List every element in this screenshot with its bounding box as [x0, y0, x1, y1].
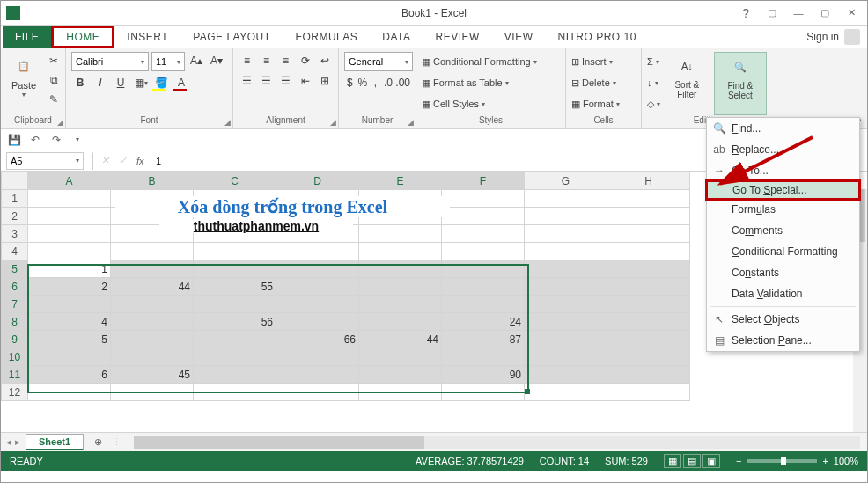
- wrap-text-button[interactable]: ↩: [316, 52, 333, 70]
- menu-formulas[interactable]: Formulas: [707, 199, 859, 220]
- cell-E1[interactable]: [359, 190, 442, 208]
- delete-cells-button[interactable]: ⊟ Delete ▾: [571, 73, 636, 92]
- new-sheet-button[interactable]: ⊕: [89, 434, 107, 451]
- cell-B3[interactable]: [111, 225, 194, 243]
- cell-H10[interactable]: [607, 348, 690, 366]
- cell-A9[interactable]: 5: [28, 331, 111, 348]
- cell-B12[interactable]: [111, 384, 194, 401]
- cell-G5[interactable]: [525, 260, 607, 278]
- cell-B2[interactable]: [111, 208, 194, 225]
- cell-G11[interactable]: [525, 366, 607, 384]
- cell-A12[interactable]: [28, 384, 111, 401]
- cell-styles-button[interactable]: ▦ Cell Styles ▾: [422, 94, 560, 113]
- tab-formulas[interactable]: FORMULAS: [283, 26, 371, 48]
- cell-D4[interactable]: [276, 243, 359, 260]
- comma-button[interactable]: ,: [370, 74, 381, 91]
- cell-E6[interactable]: [359, 278, 442, 296]
- insert-cells-button[interactable]: ⊞ Insert ▾: [571, 52, 636, 71]
- menu-goto-special[interactable]: Go To Special...: [705, 179, 861, 201]
- cell-C11[interactable]: [194, 366, 276, 384]
- sheet-nav-prev[interactable]: ◂: [6, 436, 11, 448]
- cell-A1[interactable]: [28, 190, 111, 208]
- alignment-launcher[interactable]: ◢: [330, 118, 336, 127]
- cell-F8[interactable]: 24: [442, 313, 525, 331]
- cell-B7[interactable]: [111, 296, 194, 313]
- cell-F9[interactable]: 87: [442, 331, 525, 348]
- tab-view[interactable]: VIEW: [492, 26, 546, 48]
- increase-decimal-button[interactable]: .0: [383, 74, 394, 91]
- align-middle-button[interactable]: ≡: [258, 52, 275, 70]
- name-box[interactable]: A5▾: [6, 152, 84, 170]
- tab-file[interactable]: FILE: [3, 26, 51, 48]
- cell-F1[interactable]: [442, 190, 525, 208]
- row-header-6[interactable]: 6: [2, 278, 28, 296]
- zoom-out-button[interactable]: −: [736, 456, 741, 466]
- cell-C12[interactable]: [194, 384, 276, 401]
- cell-H6[interactable]: [607, 278, 690, 296]
- horizontal-scrollbar[interactable]: [134, 436, 860, 449]
- cell-G8[interactable]: [525, 313, 607, 331]
- cell-A11[interactable]: 6: [28, 366, 111, 384]
- cell-B4[interactable]: [111, 243, 194, 260]
- cell-H3[interactable]: [607, 225, 690, 243]
- menu-conditional-formatting[interactable]: Conditional Formatting: [707, 241, 859, 262]
- cell-E9[interactable]: 44: [359, 331, 442, 348]
- help-icon[interactable]: ?: [742, 6, 749, 20]
- cell-G1[interactable]: [525, 190, 607, 208]
- cell-B1[interactable]: [111, 190, 194, 208]
- col-header-D[interactable]: D: [276, 172, 359, 190]
- cell-A4[interactable]: [28, 243, 111, 260]
- cell-C1[interactable]: [194, 190, 276, 208]
- menu-select-objects[interactable]: ↖Select Objects: [707, 309, 859, 330]
- cell-H2[interactable]: [607, 208, 690, 225]
- cell-E8[interactable]: [359, 313, 442, 331]
- autosum-button[interactable]: Σ ▾: [647, 52, 660, 71]
- align-left-button[interactable]: ☰: [239, 72, 255, 90]
- clear-button[interactable]: ◇ ▾: [647, 94, 660, 113]
- find-select-button[interactable]: 🔍 Find & Select: [714, 52, 767, 115]
- qat-redo-button[interactable]: ↷: [48, 132, 64, 148]
- cancel-formula-button[interactable]: ✕: [98, 155, 115, 166]
- cell-G7[interactable]: [525, 296, 607, 313]
- percent-button[interactable]: %: [357, 74, 369, 91]
- tab-data[interactable]: DATA: [370, 26, 423, 48]
- cell-E2[interactable]: [359, 208, 442, 225]
- cell-D9[interactable]: 66: [276, 331, 359, 348]
- menu-goto[interactable]: →Go To...: [707, 160, 859, 181]
- cell-D5[interactable]: [276, 260, 359, 278]
- format-painter-button[interactable]: ✎: [45, 91, 63, 108]
- cell-D6[interactable]: [276, 278, 359, 296]
- menu-data-validation[interactable]: Data Validation: [707, 283, 859, 304]
- row-header-12[interactable]: 12: [2, 384, 28, 401]
- cell-E7[interactable]: [359, 296, 442, 313]
- cell-D3[interactable]: [276, 225, 359, 243]
- zoom-in-button[interactable]: +: [822, 456, 828, 466]
- cell-C4[interactable]: [194, 243, 276, 260]
- insert-function-button[interactable]: fx: [133, 156, 151, 166]
- zoom-level[interactable]: 100%: [834, 456, 858, 466]
- cell-D12[interactable]: [276, 384, 359, 401]
- decrease-decimal-button[interactable]: .00: [395, 74, 410, 91]
- menu-constants[interactable]: Constants: [707, 262, 859, 283]
- menu-selection-pane[interactable]: ▤Selection Pane...: [707, 330, 859, 351]
- close-button[interactable]: ✕: [839, 4, 864, 22]
- cell-G3[interactable]: [525, 225, 607, 243]
- minimize-button[interactable]: —: [786, 4, 811, 22]
- tab-insert[interactable]: INSERT: [114, 26, 180, 48]
- font-name-combo[interactable]: Calibri▾: [71, 52, 149, 71]
- cell-A6[interactable]: 2: [28, 278, 111, 296]
- cell-G10[interactable]: [525, 348, 607, 366]
- cell-D1[interactable]: [276, 190, 359, 208]
- cell-C5[interactable]: [194, 260, 276, 278]
- shrink-font-button[interactable]: A▾: [208, 52, 225, 70]
- cell-E11[interactable]: [359, 366, 442, 384]
- col-header-E[interactable]: E: [359, 172, 442, 190]
- row-header-8[interactable]: 8: [2, 313, 28, 331]
- font-size-combo[interactable]: 11▾: [151, 52, 185, 71]
- bold-button[interactable]: B: [71, 74, 89, 91]
- cell-B5[interactable]: [111, 260, 194, 278]
- tab-home[interactable]: HOME: [51, 26, 114, 48]
- cell-C9[interactable]: [194, 331, 276, 348]
- cell-F12[interactable]: [442, 384, 525, 401]
- cell-D10[interactable]: [276, 348, 359, 366]
